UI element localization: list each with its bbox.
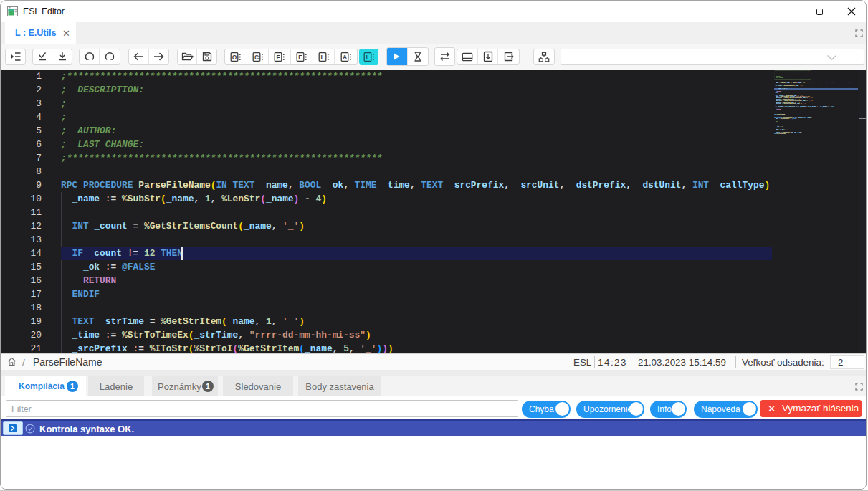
svg-text:L: L — [320, 53, 324, 60]
svg-text:E: E — [298, 53, 302, 60]
svg-text:O: O — [232, 53, 237, 60]
svg-text:A: A — [343, 53, 347, 60]
svg-text:F: F — [277, 53, 280, 60]
svg-text:C: C — [254, 53, 258, 60]
svg-text:L: L — [366, 53, 369, 60]
